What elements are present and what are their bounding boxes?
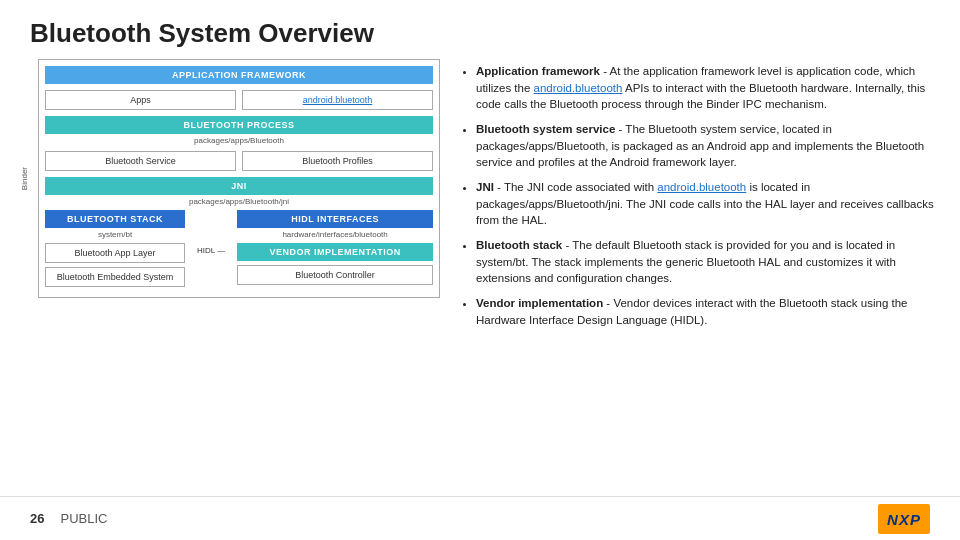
binder-label: Binder xyxy=(20,167,29,190)
app-framework-header: APPLICATION FRAMEWORK xyxy=(45,66,433,84)
bullet-label-4: Vendor implementation xyxy=(476,297,603,309)
bluetooth-profiles-box: Bluetooth Profiles xyxy=(242,151,433,171)
bt-stack-header: BLUETOOTH STACK xyxy=(45,210,185,228)
bullet-bt-service: Bluetooth system service - The Bluetooth… xyxy=(476,121,940,171)
android-bluetooth-box: android.bluetooth xyxy=(242,90,433,110)
bullet-jni: JNI - The JNI code associated with andro… xyxy=(476,179,940,229)
bullet-list: Application framework - At the applicati… xyxy=(460,63,940,328)
page-title: Bluetooth System Overview xyxy=(0,0,960,59)
bt-app-layer-box: Bluetooth App Layer xyxy=(45,243,185,263)
system-bt-label: system/bt xyxy=(45,230,185,239)
bt-embedded-box: Bluetooth Embedded System xyxy=(45,267,185,287)
nxp-logo: NXP xyxy=(878,504,930,534)
diagram-column: Binder APPLICATION FRAMEWORK Apps androi… xyxy=(20,59,440,499)
bullet-app-framework: Application framework - At the applicati… xyxy=(476,63,940,113)
diagram-inner: APPLICATION FRAMEWORK Apps android.bluet… xyxy=(38,59,440,298)
bluetooth-process-header: BLUETOOTH PROCESS xyxy=(45,116,433,134)
text-column: Application framework - At the applicati… xyxy=(460,59,940,499)
bullet-bt-stack: Bluetooth stack - The default Bluetooth … xyxy=(476,237,940,287)
jni-packages-label: packages/apps/Bluetooth/jni xyxy=(45,197,433,206)
bullet-label-0: Application framework xyxy=(476,65,600,77)
footer-page-number: 26 xyxy=(30,511,44,526)
packages-label: packages/apps/Bluetooth xyxy=(45,136,433,145)
left-stack: BLUETOOTH STACK system/bt Bluetooth App … xyxy=(45,210,185,291)
hardware-interfaces-label: hardware/interfaces/bluetooth xyxy=(237,230,433,239)
app-row: Apps android.bluetooth xyxy=(45,90,433,110)
hidl-interfaces-header: HIDL INTERFACES xyxy=(237,210,433,228)
bt-controller-box: Bluetooth Controller xyxy=(237,265,433,285)
bluetooth-service-box: Bluetooth Service xyxy=(45,151,236,171)
bullet-vendor: Vendor implementation - Vendor devices i… xyxy=(476,295,940,328)
bullet-link-0: android.bluetooth xyxy=(534,82,623,94)
bt-service-row: Bluetooth Service Bluetooth Profiles xyxy=(45,151,433,171)
bullet-label-3: Bluetooth stack xyxy=(476,239,562,251)
bottom-row: BLUETOOTH STACK system/bt Bluetooth App … xyxy=(45,210,433,291)
bullet-link-2: android.bluetooth xyxy=(657,181,746,193)
nxp-logo-box: NXP xyxy=(878,504,930,534)
bullet-dash-2: - The JNI code associated with xyxy=(494,181,657,193)
right-stack: HIDL INTERFACES hardware/interfaces/blue… xyxy=(237,210,433,291)
footer-public-label: PUBLIC xyxy=(60,511,107,526)
footer: 26 PUBLIC NXP xyxy=(0,496,960,540)
jni-header: JNI xyxy=(45,177,433,195)
bullet-label-1: Bluetooth system service xyxy=(476,123,615,135)
bullet-label-2: JNI xyxy=(476,181,494,193)
hidl-connector: HIDL — xyxy=(193,210,229,291)
apps-box: Apps xyxy=(45,90,236,110)
vendor-impl-header: VENDOR IMPLEMENTATION xyxy=(237,243,433,261)
